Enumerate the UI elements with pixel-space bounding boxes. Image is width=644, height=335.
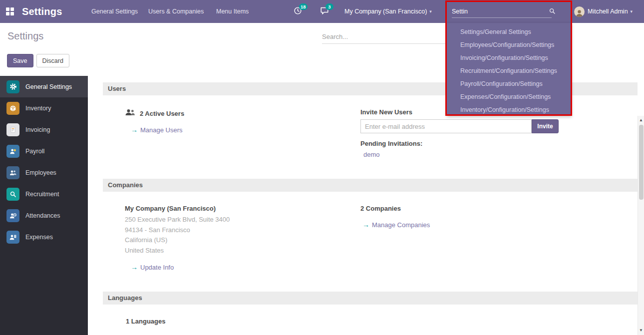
company-address-line: 94134 - San Francisco xyxy=(125,225,360,236)
navbar-app-title: Settings xyxy=(22,0,62,23)
activities-button[interactable]: 18 xyxy=(294,0,302,23)
sidebar-item-payroll[interactable]: Payroll xyxy=(0,140,88,162)
search-result-item[interactable]: Invoicing/Configuration/Settings xyxy=(447,51,572,64)
search-result-item[interactable]: Settings/General Settings xyxy=(447,25,572,38)
pending-invitations-label: Pending Invitations: xyxy=(360,140,638,147)
nav-menu-general-settings[interactable]: General Settings xyxy=(91,0,138,23)
company-name: My Company (San Francisco) xyxy=(125,205,360,212)
nav-menu-users-companies[interactable]: Users & Companies xyxy=(148,0,204,23)
scroll-up-arrow[interactable]: ▲ xyxy=(638,117,644,124)
company-address-line: California (US) xyxy=(125,235,360,246)
page-title: Settings xyxy=(7,30,43,42)
companies-count: 2 Companies xyxy=(360,205,638,212)
recruitment-magnifier-icon xyxy=(6,188,19,201)
user-menu[interactable]: Mitchell Admin ▾ xyxy=(574,0,633,23)
payroll-icon xyxy=(6,145,19,158)
discard-button[interactable]: Discard xyxy=(36,54,69,67)
search-results-dropdown: Settings/General Settings Employees/Conf… xyxy=(447,23,572,116)
search-icon[interactable] xyxy=(549,7,556,16)
chevron-down-icon: ▾ xyxy=(631,9,633,14)
sidebar-item-recruitment[interactable]: Recruitment xyxy=(0,183,88,205)
expenses-icon xyxy=(6,231,19,244)
search-result-item[interactable]: Recruitment/Configuration/Settings xyxy=(447,64,572,77)
users-group-icon xyxy=(125,108,135,118)
active-users-count: 2 Active Users xyxy=(140,110,184,117)
arrow-right-icon: → xyxy=(131,126,138,134)
apps-menu-icon[interactable] xyxy=(6,0,17,23)
scrollbar-thumb[interactable] xyxy=(639,125,644,200)
sidebar-item-label: General Settings xyxy=(25,83,72,90)
arrow-right-icon: → xyxy=(362,221,369,229)
invite-button[interactable]: Invite xyxy=(532,119,559,133)
navbar-search xyxy=(447,0,572,23)
save-button[interactable]: Save xyxy=(7,54,33,67)
message-count-badge: 3 xyxy=(325,3,333,10)
employees-icon xyxy=(6,166,19,179)
manage-companies-link[interactable]: → Manage Companies xyxy=(362,221,430,229)
company-switcher[interactable]: My Company (San Francisco) ▾ xyxy=(344,0,432,23)
companies-section-header: Companies xyxy=(103,179,638,192)
arrow-right-icon: → xyxy=(131,263,138,271)
search-result-item[interactable]: Employees/Configuration/Settings xyxy=(447,38,572,51)
sidebar-item-inventory[interactable]: Inventory xyxy=(0,97,88,119)
sidebar-item-general-settings[interactable]: General Settings xyxy=(0,76,88,97)
settings-search-input[interactable] xyxy=(322,30,447,44)
search-result-item[interactable]: Expenses/Configuration/Settings xyxy=(447,90,572,103)
invite-email-field[interactable] xyxy=(360,119,532,133)
sidebar-item-label: Payroll xyxy=(25,148,44,155)
sidebar-item-expenses[interactable]: Expenses xyxy=(0,226,88,248)
search-result-item[interactable]: Payroll/Configuration/Settings xyxy=(447,77,572,90)
company-switcher-label: My Company (San Francisco) xyxy=(344,8,427,15)
attendances-icon xyxy=(6,209,19,222)
company-address-line: 250 Executive Park Blvd, Suite 3400 xyxy=(125,215,360,225)
scroll-down-arrow[interactable]: ▼ xyxy=(638,327,644,334)
navbar-search-input[interactable] xyxy=(452,5,552,18)
top-navbar: Settings General Settings Users & Compan… xyxy=(0,0,644,23)
settings-sidebar: General Settings Inventory Invoicing Pay… xyxy=(0,76,88,335)
settings-gear-icon xyxy=(6,80,19,93)
activity-count-badge: 18 xyxy=(299,3,308,10)
sidebar-item-label: Recruitment xyxy=(25,191,59,198)
sidebar-item-label: Employees xyxy=(25,169,56,176)
user-menu-label: Mitchell Admin xyxy=(588,8,628,15)
sidebar-item-label: Expenses xyxy=(25,234,53,241)
messages-button[interactable]: 3 xyxy=(320,0,329,23)
sidebar-item-label: Attendances xyxy=(25,212,60,219)
manage-users-link[interactable]: → Manage Users xyxy=(131,126,183,134)
avatar xyxy=(574,6,585,17)
company-address-line: United States xyxy=(125,246,360,256)
sidebar-item-attendances[interactable]: Attendances xyxy=(0,205,88,226)
languages-count: 1 Languages xyxy=(126,318,638,325)
vertical-scrollbar[interactable]: ▲ ▼ xyxy=(638,116,644,335)
sidebar-item-employees[interactable]: Employees xyxy=(0,162,88,183)
languages-section-header: Languages xyxy=(103,292,638,305)
inventory-box-icon xyxy=(6,102,19,115)
nav-menu-menu-items[interactable]: Menu Items xyxy=(216,0,249,23)
sidebar-item-label: Invoicing xyxy=(25,126,50,133)
chevron-down-icon: ▾ xyxy=(429,9,432,14)
search-result-item[interactable]: Inventory/Configuration/Settings xyxy=(447,103,572,116)
invoicing-document-icon xyxy=(6,123,19,136)
sidebar-item-label: Inventory xyxy=(25,105,51,112)
pending-invite-demo-link[interactable]: demo xyxy=(363,151,380,158)
update-info-link[interactable]: → Update Info xyxy=(131,263,174,271)
sidebar-item-invoicing[interactable]: Invoicing xyxy=(0,119,88,140)
